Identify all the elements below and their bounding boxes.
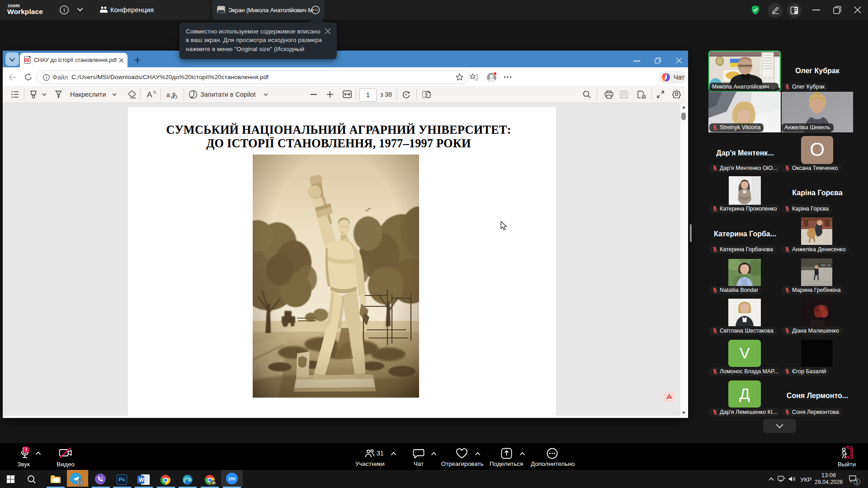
svg-text:PDF: PDF [25,59,29,61]
svg-text:A: A [147,90,152,99]
svg-text:W: W [139,477,144,483]
svg-text:a: a [166,91,170,99]
svg-text:あ: あ [171,91,178,99]
